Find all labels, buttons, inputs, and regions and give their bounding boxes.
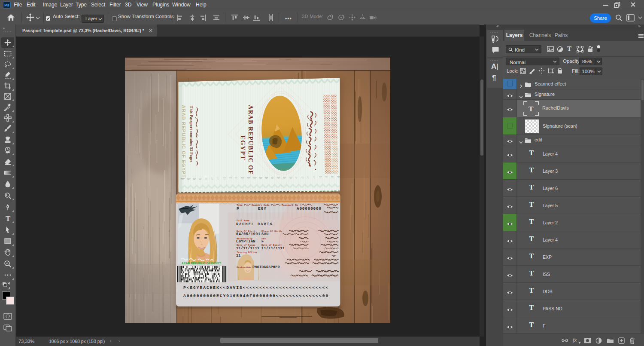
svg-text:T: T (529, 105, 534, 113)
svg-text:EGY: EGY (258, 206, 267, 211)
svg-text:04/05/1991: 04/05/1991 (236, 232, 261, 236)
svg-text:ARAB REPUBLIC OF EGYPT: ARAB REPUBLIC OF EGYPT (182, 262, 221, 265)
svg-text:Full Name: Full Name (237, 219, 250, 222)
svg-text:11/11/1111: 11/11/1111 (236, 246, 260, 251)
svg-text:PHOTOGRAPHER: PHOTOGRAPHER (252, 265, 280, 269)
svg-text:SAU: SAU (261, 232, 269, 236)
svg-text:A000000000EGY9105040F0000000<<: A000000000EGY9105040F0000000<<<<<<<<<<<<… (183, 294, 329, 298)
svg-text:P: P (237, 206, 239, 211)
svg-text:A00000000: A00000000 (297, 206, 322, 211)
svg-text:EGYPTIAN: EGYPTIAN (236, 239, 255, 244)
svg-text:RACHEL DAVIS: RACHEL DAVIS (236, 222, 273, 227)
svg-text:P<EGYRACHEK<<DAVIS<<<<<<<<<<<<: P<EGYRACHEK<<DAVIS<<<<<<<<<<<<<<<<<<<<<<… (183, 285, 329, 290)
svg-text:ARAB REPUBLIC OF: ARAB REPUBLIC OF (247, 105, 254, 175)
svg-text:ARAB REPUBLIC OF EGYPT: ARAB REPUBLIC OF EGYPT (181, 105, 186, 178)
svg-text:Profession:: Profession: (237, 266, 252, 269)
svg-text:11: 11 (236, 254, 240, 258)
svg-text:This Passport contains 52 Page: This Passport contains 52 Pages (189, 106, 194, 162)
svg-text:11/11/1111: 11/11/1111 (261, 246, 285, 251)
svg-text:F: F (261, 239, 264, 244)
svg-text:EGYPT: EGYPT (240, 135, 246, 160)
svg-text:T: T (6, 214, 11, 222)
